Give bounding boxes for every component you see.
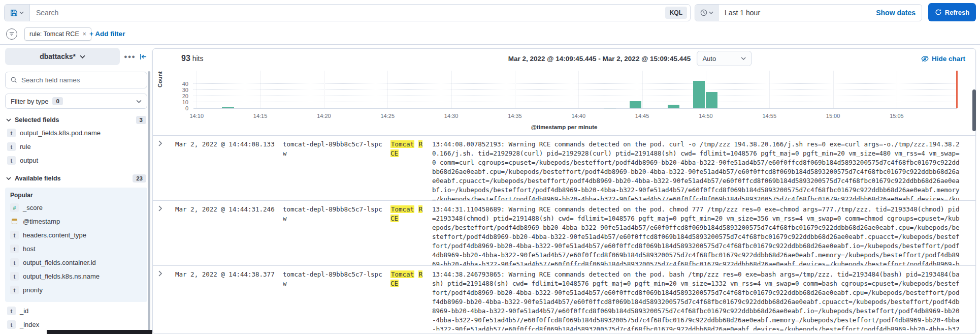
histogram-bar-14:44[interactable] bbox=[630, 101, 641, 108]
histogram-bar-14:42[interactable] bbox=[604, 108, 615, 109]
horizontal-scrollbar[interactable] bbox=[47, 330, 152, 334]
field-item-output-fields-container-id[interactable]: toutput_fields.container.id bbox=[8, 256, 144, 269]
save-icon bbox=[10, 9, 18, 17]
hide-chart-button[interactable]: Hide chart bbox=[921, 55, 965, 63]
expand-row-icon[interactable] bbox=[158, 205, 169, 265]
x-gridline bbox=[833, 71, 834, 108]
y-tick-label: 0 bbox=[185, 105, 188, 111]
y-gridline bbox=[193, 102, 957, 102]
x-axis-title: @timestamp per minute bbox=[153, 124, 975, 130]
field-name: @timestamp bbox=[23, 218, 60, 225]
popular-fields-panel: Popular #_score@timestamptheaders.conten… bbox=[5, 188, 147, 302]
filter-pill-label: rule: Tomcat RCE bbox=[29, 31, 79, 38]
filter-pill-rule-tomcat-rce[interactable]: rule: Tomcat RCE × bbox=[24, 27, 91, 41]
field-item-priority[interactable]: tpriority bbox=[8, 283, 144, 297]
kql-language-button[interactable]: KQL bbox=[665, 7, 687, 19]
show-dates-button[interactable]: Show dates bbox=[876, 9, 922, 17]
x-tick-label: 14:10 bbox=[190, 113, 204, 119]
expand-row-icon[interactable] bbox=[158, 270, 169, 330]
field-name: output bbox=[20, 157, 38, 164]
field-search-input[interactable] bbox=[21, 76, 142, 84]
field-item-headers-content-type[interactable]: theaders.content_type bbox=[8, 228, 144, 242]
field-item-output[interactable]: toutput bbox=[5, 154, 147, 167]
cell-timestamp: Mar 2, 2022 @ 14:44:08.133 bbox=[175, 140, 277, 200]
chevron-down-icon bbox=[19, 11, 24, 14]
x-tick-label: 14:35 bbox=[508, 113, 522, 119]
x-gridline bbox=[260, 71, 261, 108]
field-name: _id bbox=[20, 307, 28, 315]
eye-slash-icon bbox=[921, 55, 929, 62]
x-tick-label: 14:45 bbox=[635, 113, 649, 119]
search-input[interactable] bbox=[30, 9, 665, 17]
highlighted-rule-text: Tomcat bbox=[390, 140, 414, 148]
field-item-output-fields-k8s-ns-name[interactable]: toutput_fields.k8s.ns.name bbox=[8, 269, 144, 283]
histogram-bar-14:47[interactable] bbox=[668, 105, 679, 108]
field-item--score[interactable]: #_score bbox=[8, 201, 144, 215]
collapse-sidebar-icon[interactable] bbox=[140, 53, 147, 60]
field-item--timestamp[interactable]: @timestamp bbox=[8, 215, 144, 228]
other-fields-list: t_idt_index bbox=[5, 304, 147, 331]
x-tick-label: 14:55 bbox=[763, 113, 777, 119]
cell-timestamp: Mar 2, 2022 @ 14:44:38.377 bbox=[175, 270, 277, 330]
expand-row-icon[interactable] bbox=[158, 140, 169, 200]
time-quick-menu-button[interactable] bbox=[695, 5, 718, 21]
x-tick-label: 14:50 bbox=[699, 113, 713, 119]
field-item-host[interactable]: thost bbox=[8, 242, 144, 256]
popular-fields-label: Popular bbox=[8, 192, 144, 201]
discover-sidebar: dbattacks* ●●● Filter by type 0 bbox=[0, 45, 152, 334]
field-name: host bbox=[23, 245, 36, 253]
available-fields-label: Available fields bbox=[15, 175, 61, 182]
field-name: _index bbox=[20, 321, 39, 328]
cell-output: 13:44:08.007852193: Warning RCE commands… bbox=[432, 140, 960, 200]
selected-fields-label: Selected fields bbox=[15, 116, 59, 124]
time-range-value[interactable]: Last 1 hour bbox=[718, 9, 876, 17]
sidebar-scrollbar[interactable] bbox=[148, 71, 150, 330]
field-item--id[interactable]: t_id bbox=[5, 304, 147, 318]
filter-bar: rule: Tomcat RCE × + Add filter bbox=[0, 24, 980, 45]
field-item-output-fields-k8s-pod-name[interactable]: toutput_fields.k8s.pod.name bbox=[5, 126, 147, 140]
y-tick-label: 20 bbox=[182, 93, 188, 99]
add-filter-button[interactable]: + Add filter bbox=[89, 30, 125, 38]
index-pattern-switcher[interactable]: dbattacks* bbox=[5, 48, 120, 65]
popular-fields-list: #_score@timestamptheaders.content_typeth… bbox=[8, 201, 144, 297]
string-field-icon: t bbox=[7, 142, 16, 151]
filter-menu-button[interactable] bbox=[6, 28, 17, 40]
field-item-rule[interactable]: trule bbox=[5, 140, 147, 154]
chevron-down-icon bbox=[709, 11, 713, 14]
field-item--index[interactable]: t_index bbox=[5, 318, 147, 331]
filter-funnel-icon bbox=[9, 32, 14, 37]
x-tick-label: 14:25 bbox=[381, 113, 395, 119]
field-settings-icon[interactable]: ●●● bbox=[124, 53, 136, 59]
cell-output: 13:44:38.246793865: Warning RCE commands… bbox=[432, 270, 960, 330]
filter-by-type-button[interactable]: Filter by type 0 bbox=[5, 94, 147, 109]
table-row: Mar 2, 2022 @ 14:44:38.377tomcat-depl-89… bbox=[153, 265, 975, 330]
string-field-icon: t bbox=[10, 231, 19, 239]
x-gridline bbox=[324, 71, 324, 108]
y-gridline bbox=[193, 96, 957, 96]
x-tick-label: 14:40 bbox=[572, 113, 586, 119]
selected-fields-header[interactable]: Selected fields 3 bbox=[5, 116, 147, 124]
histogram-bar-14:49[interactable] bbox=[693, 81, 705, 108]
histogram-bar-14:50[interactable] bbox=[706, 92, 717, 108]
saved-query-menu-button[interactable] bbox=[5, 5, 30, 21]
available-fields-count-badge: 23 bbox=[133, 174, 146, 183]
available-fields-header[interactable]: Available fields 23 bbox=[5, 174, 147, 183]
histogram-plot[interactable]: 010203040 bbox=[193, 71, 957, 109]
documents-table: Mar 2, 2022 @ 14:44:08.133tomcat-depl-89… bbox=[153, 135, 975, 333]
discover-results-panel: 93 hits Mar 2, 2022 @ 14:09:45.445 - Mar… bbox=[152, 48, 976, 334]
clock-icon bbox=[700, 9, 707, 16]
refresh-button[interactable]: Refresh bbox=[928, 3, 976, 21]
x-gridline bbox=[197, 71, 197, 108]
table-row: Mar 2, 2022 @ 14:44:08.133tomcat-depl-89… bbox=[153, 135, 975, 200]
filter-by-type-count-badge: 0 bbox=[52, 97, 62, 105]
y-tick-label: 40 bbox=[182, 81, 188, 87]
histogram-interval-select[interactable]: Auto bbox=[697, 51, 752, 66]
refresh-icon bbox=[935, 9, 942, 16]
histogram-bar-14:12[interactable] bbox=[222, 107, 234, 108]
table-scrollbar[interactable] bbox=[972, 89, 976, 131]
selected-fields-list: toutput_fields.k8s.pod.nametruletoutput bbox=[5, 126, 147, 167]
x-gridline bbox=[387, 71, 388, 108]
query-top-bar: KQL Last 1 hour Show dates Refresh bbox=[0, 0, 980, 24]
cell-pod-name: tomcat-depl-89bb8c5c7-lspcw bbox=[283, 140, 384, 200]
remove-filter-icon[interactable]: × bbox=[83, 31, 86, 38]
